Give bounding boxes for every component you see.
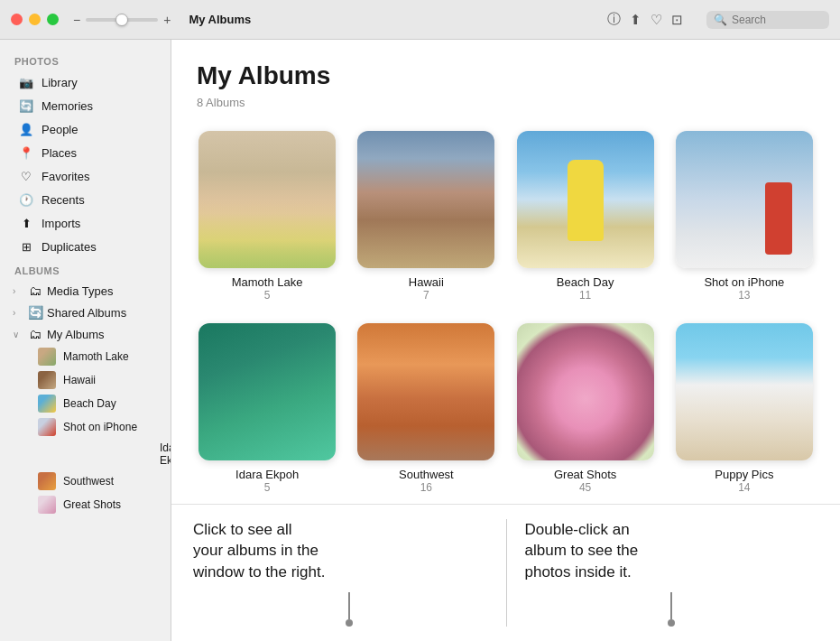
sidebar-item-label: Shared Albums xyxy=(47,306,158,320)
imports-icon: ⬆ xyxy=(18,215,34,231)
sidebar-item-label: Library xyxy=(42,76,152,89)
my-albums-icon: 🗂 xyxy=(27,327,43,341)
sidebar-item-memories[interactable]: 🔄 Memories xyxy=(4,94,167,117)
album-thumbnail xyxy=(38,418,56,436)
zoom-slider[interactable] xyxy=(86,18,158,22)
album-image xyxy=(676,323,813,460)
album-count-badge: 16 xyxy=(420,481,432,494)
sidebar-subitem-great-shots[interactable]: Great Shots xyxy=(4,493,167,516)
sidebar-item-label: Imports xyxy=(42,217,152,230)
sidebar-item-library[interactable]: 📷 Library xyxy=(4,70,167,94)
search-area[interactable]: 🔍 xyxy=(706,11,829,29)
album-name: Beach Day xyxy=(557,275,614,289)
zoom-slider-area: − + xyxy=(73,13,171,27)
album-item-hawaii[interactable]: Hawaii 7 xyxy=(355,131,496,302)
album-item-puppy-pics[interactable]: Puppy Pics 14 xyxy=(674,323,815,494)
sidebar-subitem-beach-day[interactable]: Beach Day xyxy=(4,392,167,415)
shared-albums-icon: 🔄 xyxy=(27,305,43,320)
sidebar-item-duplicates[interactable]: ⊞ Duplicates xyxy=(4,235,167,258)
album-name: Southwest xyxy=(399,468,454,481)
subitem-label: Southwest xyxy=(63,475,114,488)
callout-arrow-line xyxy=(670,592,672,619)
album-item-great-shots[interactable]: Great Shots 45 xyxy=(515,323,656,494)
favorite-icon[interactable]: ♡ xyxy=(651,12,662,28)
albums-section-label: Albums xyxy=(0,258,171,280)
album-thumbnail xyxy=(38,496,56,514)
sidebar-group-shared-albums[interactable]: › 🔄 Shared Albums xyxy=(4,302,167,323)
album-count: 8 Albums xyxy=(197,96,815,109)
sidebar-item-label: Favorites xyxy=(42,170,152,183)
titlebar: − + My Albums ⓘ ⬆ ♡ ⊡ 🔍 xyxy=(0,0,840,40)
sidebar-item-places[interactable]: 📍 Places xyxy=(4,141,167,164)
sidebar-item-favorites[interactable]: ♡ Favorites xyxy=(4,164,167,188)
subitem-label: Idara Ekpoh xyxy=(160,441,171,467)
crop-icon[interactable]: ⊡ xyxy=(671,12,683,28)
album-thumbnail xyxy=(198,323,336,460)
album-thumbnail xyxy=(38,395,56,413)
album-thumbnail xyxy=(517,131,654,268)
subitem-label: Great Shots xyxy=(63,498,121,511)
album-item-southwest[interactable]: Southwest 16 xyxy=(355,323,496,494)
album-image xyxy=(198,323,336,460)
callout-arrow-dot xyxy=(346,619,353,627)
album-image xyxy=(676,131,813,268)
sidebar-subitem-idara-ekpoh[interactable]: Idara Ekpoh xyxy=(4,439,167,469)
sidebar-item-label: Memories xyxy=(42,99,152,113)
photos-section-label: Photos xyxy=(0,49,171,70)
places-icon: 📍 xyxy=(18,144,34,161)
page-title: My Albums xyxy=(197,61,815,90)
library-icon: 📷 xyxy=(18,74,34,90)
minimize-button[interactable] xyxy=(29,14,41,25)
album-item-shot-on-iphone[interactable]: Shot on iPhone 13 xyxy=(674,131,815,302)
slider-thumb[interactable] xyxy=(115,14,128,26)
album-name: Shot on iPhone xyxy=(704,275,784,289)
recents-icon: 🕐 xyxy=(18,191,34,208)
close-button[interactable] xyxy=(11,14,23,25)
sidebar-subitem-southwest[interactable]: Southwest xyxy=(4,469,167,493)
subitem-label: Mamoth Lake xyxy=(63,350,129,363)
zoom-in-button[interactable]: + xyxy=(163,13,171,27)
sidebar-group-media-types[interactable]: › 🗂 Media Types xyxy=(4,280,167,302)
album-name: Puppy Pics xyxy=(715,468,773,481)
album-image xyxy=(357,323,494,460)
search-input[interactable] xyxy=(732,14,822,26)
titlebar-title: My Albums xyxy=(189,13,251,26)
favorites-icon: ♡ xyxy=(18,168,34,184)
album-count-badge: 5 xyxy=(264,289,271,302)
album-thumbnail xyxy=(198,131,336,268)
sidebar-group-my-albums[interactable]: ∨ 🗂 My Albums xyxy=(4,323,167,345)
zoom-out-button[interactable]: − xyxy=(73,13,80,27)
album-thumbnail xyxy=(38,472,56,490)
callout-left: Click to see allyour albums in thewindow… xyxy=(193,519,506,627)
sidebar-item-recents[interactable]: 🕐 Recents xyxy=(4,188,167,211)
maximize-button[interactable] xyxy=(47,14,59,25)
main-layout: Photos 📷 Library 🔄 Memories 👤 People 📍 P… xyxy=(0,40,840,641)
album-count-badge: 14 xyxy=(738,481,750,494)
album-item-beach-day[interactable]: Beach Day 11 xyxy=(515,131,656,302)
share-icon[interactable]: ⬆ xyxy=(630,12,642,28)
callout-right-text: Double-click analbum to see thephotos in… xyxy=(525,519,819,583)
sidebar-item-imports[interactable]: ⬆ Imports xyxy=(4,211,167,235)
sidebar-item-label: Media Types xyxy=(47,284,158,298)
people-icon: 👤 xyxy=(18,121,34,137)
sidebar-item-label: Recents xyxy=(42,193,152,207)
sidebar-subitem-hawaii[interactable]: Hawaii xyxy=(4,368,167,392)
album-name: Great Shots xyxy=(554,468,616,481)
figure-decoration xyxy=(765,182,792,255)
album-thumbnail xyxy=(38,371,56,389)
album-count-badge: 11 xyxy=(579,289,591,302)
titlebar-actions: ⓘ ⬆ ♡ ⊡ 🔍 xyxy=(607,11,829,29)
sidebar-subitem-shot-on-iphone[interactable]: Shot on iPhone xyxy=(4,415,167,439)
album-item-idara-ekpoh[interactable]: Idara Ekpoh 5 xyxy=(197,323,337,494)
subitem-label: Beach Day xyxy=(63,397,116,410)
sidebar-subitem-mamoth-lake[interactable]: Mamoth Lake xyxy=(4,345,167,368)
sidebar-item-label: Places xyxy=(42,146,152,160)
callout-arrow-dot xyxy=(668,619,675,627)
callout-arrow-line xyxy=(348,592,350,619)
info-icon[interactable]: ⓘ xyxy=(607,11,621,28)
album-grid: Mamoth Lake 5 Hawaii 7 Bea xyxy=(197,131,815,494)
album-name: Hawaii xyxy=(409,275,444,289)
album-item-mamoth-lake[interactable]: Mamoth Lake 5 xyxy=(197,131,337,302)
callout-right: Double-click analbum to see thephotos in… xyxy=(506,519,819,627)
sidebar-item-people[interactable]: 👤 People xyxy=(4,117,167,141)
